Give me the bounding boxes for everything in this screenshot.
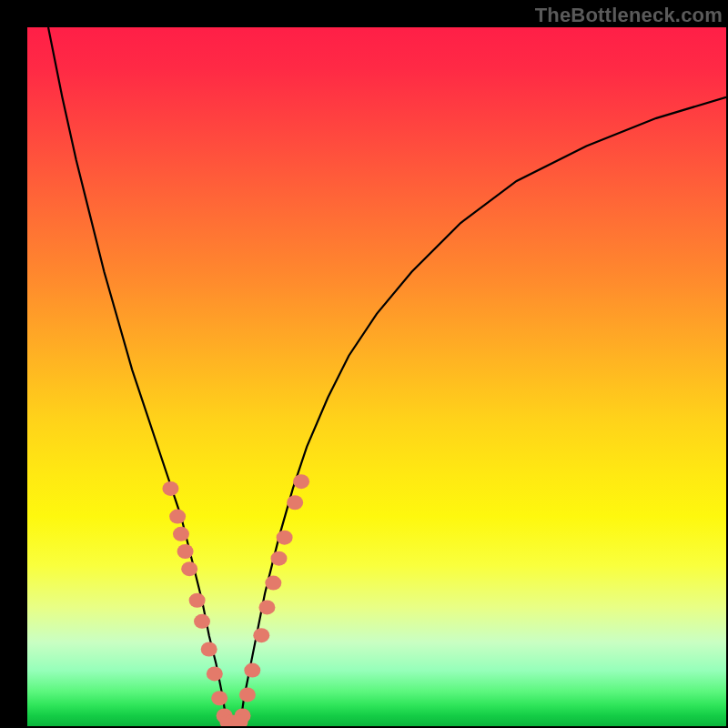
markers-right-group [235, 474, 310, 723]
marker-left-1 [169, 510, 186, 524]
marker-left-9 [211, 691, 228, 705]
watermark-text: TheBottleneck.com [535, 4, 723, 27]
marker-left-5 [189, 593, 206, 608]
marker-left-7 [201, 642, 217, 657]
marker-bottom-2 [228, 714, 245, 726]
marker-right-8 [287, 495, 303, 510]
marker-left-6 [194, 614, 210, 629]
markers-bottom-group [219, 714, 248, 726]
marker-right-9 [293, 474, 309, 489]
marker-bottom-3 [231, 714, 248, 726]
marker-right-7 [277, 531, 293, 545]
marker-left-8 [207, 666, 223, 681]
marker-bottom-1 [224, 714, 240, 726]
marker-right-4 [258, 600, 275, 614]
curve-right-branch [240, 97, 726, 723]
curve-left-branch [48, 27, 227, 723]
marker-right-5 [265, 576, 281, 591]
marker-right-2 [244, 663, 260, 678]
marker-right-6 [270, 551, 287, 566]
marker-left-2 [173, 527, 189, 541]
marker-left-10 [217, 708, 233, 723]
marker-right-1 [239, 687, 256, 702]
chart-frame: TheBottleneck.com [0, 0, 728, 728]
marker-bottom-0 [219, 714, 236, 726]
marker-left-3 [177, 544, 194, 559]
marker-left-0 [162, 481, 178, 496]
markers-left-group [162, 481, 232, 723]
marker-right-3 [253, 628, 269, 642]
marker-right-0 [235, 708, 251, 723]
bottleneck-curve-svg [27, 27, 726, 726]
marker-left-4 [181, 561, 197, 576]
plot-area [27, 27, 726, 726]
